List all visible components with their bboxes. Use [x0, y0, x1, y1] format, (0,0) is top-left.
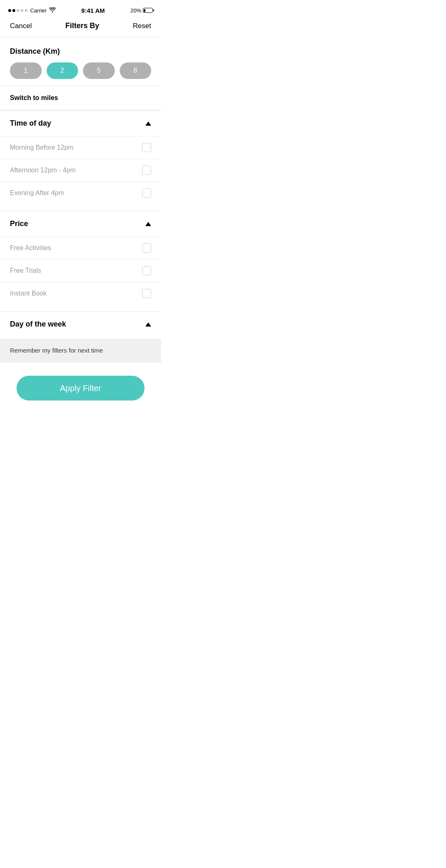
time-of-day-header[interactable]: Time of day: [0, 111, 161, 136]
signal-dot-2: [12, 9, 15, 12]
distance-pill-1[interactable]: 1: [10, 62, 42, 79]
time-morning-checkbox[interactable]: [142, 143, 151, 152]
price-section: Price Free Activities Free Trials Instan…: [0, 211, 161, 305]
distance-pill-2[interactable]: 2: [47, 62, 78, 79]
carrier-label: Carrier: [30, 7, 47, 14]
battery-outer: [143, 8, 153, 13]
signal-dot-4: [21, 9, 24, 12]
distance-pills-row: 1 2 5 8: [10, 62, 151, 79]
distance-pill-5[interactable]: 5: [83, 62, 115, 79]
apply-button-container: Apply Filter: [0, 362, 161, 417]
distance-title: Distance (Km): [10, 47, 151, 56]
status-time: 9:41 AM: [81, 7, 105, 14]
switch-miles-button[interactable]: Switch to miles: [0, 86, 161, 110]
distance-pill-8[interactable]: 8: [120, 62, 152, 79]
time-afternoon-label: Afternoon 12pm - 4pm: [10, 167, 76, 174]
remember-text: Remember my filters for next time: [10, 347, 103, 354]
time-of-day-section: Time of day Morning Before 12pm Afternoo…: [0, 110, 161, 204]
price-instant-book-row: Instant Book: [0, 282, 161, 305]
time-afternoon-checkbox[interactable]: [142, 166, 151, 175]
price-header[interactable]: Price: [0, 211, 161, 236]
signal-dot-3: [17, 9, 19, 12]
status-bar: Carrier 9:41 AM 20%: [0, 0, 161, 18]
reset-button[interactable]: Reset: [133, 22, 151, 30]
price-instant-book-label: Instant Book: [10, 290, 47, 297]
apply-filter-button[interactable]: Apply Filter: [17, 376, 145, 401]
battery-fill: [144, 9, 145, 12]
day-of-week-chevron-icon: [145, 322, 151, 327]
time-evening-checkbox[interactable]: [142, 188, 151, 198]
status-left: Carrier: [8, 7, 56, 14]
price-chevron-icon: [145, 222, 151, 226]
price-title: Price: [10, 219, 28, 228]
wifi-icon: [49, 7, 56, 14]
time-evening-label: Evening After 4pm: [10, 189, 64, 197]
price-free-trials-row: Free Trials: [0, 259, 161, 282]
remember-section: Remember my filters for next time: [0, 339, 161, 362]
day-of-week-section: Day of the week: [0, 311, 161, 337]
nav-bar: Cancel Filters By Reset: [0, 18, 161, 37]
price-free-activities-label: Free Activities: [10, 244, 51, 252]
signal-dots: [8, 9, 28, 12]
time-morning-label: Morning Before 12pm: [10, 144, 74, 151]
price-free-activities-row: Free Activities: [0, 236, 161, 259]
day-of-week-header[interactable]: Day of the week: [0, 312, 161, 337]
time-morning-row: Morning Before 12pm: [0, 136, 161, 159]
price-free-activities-checkbox[interactable]: [142, 243, 151, 253]
price-free-trials-label: Free Trials: [10, 267, 41, 274]
page-title: Filters By: [65, 21, 99, 30]
price-free-trials-checkbox[interactable]: [142, 266, 151, 275]
time-evening-row: Evening After 4pm: [0, 181, 161, 204]
cancel-button[interactable]: Cancel: [10, 22, 32, 30]
status-right: 20%: [130, 7, 153, 14]
signal-dot-1: [8, 9, 11, 12]
price-instant-book-checkbox[interactable]: [142, 289, 151, 298]
time-of-day-title: Time of day: [10, 119, 51, 128]
day-of-week-title: Day of the week: [10, 320, 66, 329]
battery-percent: 20%: [130, 7, 141, 14]
signal-dot-5: [25, 9, 28, 12]
distance-section: Distance (Km) 1 2 5 8: [0, 37, 161, 86]
time-afternoon-row: Afternoon 12pm - 4pm: [0, 159, 161, 181]
time-of-day-chevron-icon: [145, 122, 151, 126]
battery-icon: [143, 8, 153, 13]
